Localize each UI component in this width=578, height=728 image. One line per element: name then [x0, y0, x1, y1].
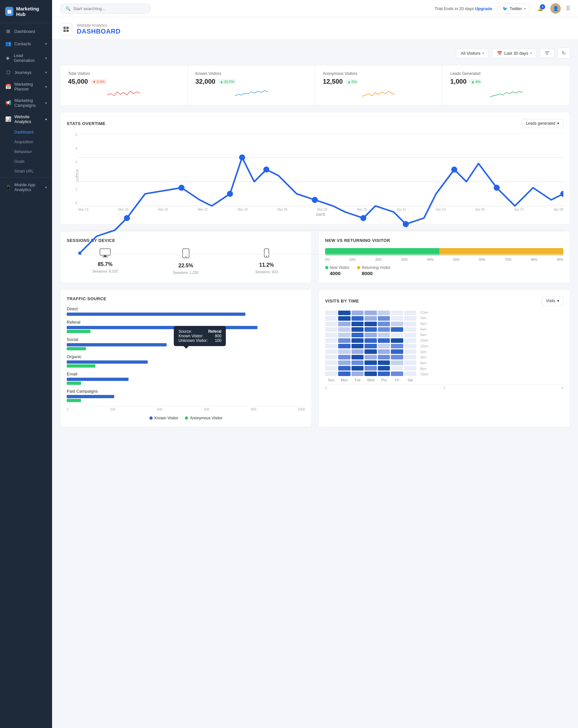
- chevron-down-icon: ▾: [45, 118, 47, 121]
- sidebar-item-marketing-campaigns[interactable]: 📢 Marketing Campaigns ▾: [0, 95, 52, 111]
- filter-options-button[interactable]: [540, 48, 554, 58]
- twitter-button[interactable]: 🐦 Twitter ▾: [498, 4, 530, 14]
- sidebar-item-website-analytics[interactable]: 📊 Website Analytics ▾: [0, 111, 52, 127]
- heatmap-cell: [378, 366, 390, 370]
- apps-grid-icon[interactable]: ⠿: [566, 5, 570, 12]
- returning-visitor-dot: [357, 266, 360, 269]
- traffic-source-organic: Organic: [67, 354, 305, 368]
- x-label: Mar 18: [118, 208, 128, 211]
- sidebar-sub-item-wa-dashboard[interactable]: Dashboard: [0, 127, 52, 137]
- heatmap-x-label: Sat: [404, 378, 416, 382]
- heatmap-cell: [404, 322, 416, 326]
- heatmap-cell: [391, 327, 403, 332]
- visitors-filter[interactable]: All Visitors ▾: [456, 48, 489, 58]
- topbar: 🔍 Trial Ends in 20 days Upgrade 🐦 Twitte…: [52, 0, 578, 17]
- traffic-bar-anon: [67, 364, 95, 368]
- heatmap-cell: [325, 355, 337, 360]
- nvr-legend: New Visitor 4000 Returning Visitor 8000: [325, 265, 563, 276]
- nvr-new-label: New Visitor: [330, 265, 349, 270]
- chevron-down-icon: ▾: [482, 51, 484, 55]
- heatmap-cell: [325, 322, 337, 326]
- x-label: Apr 03: [436, 208, 446, 211]
- nvr-legend-new: New Visitor 4000: [325, 265, 349, 276]
- heatmap-x-label: Mon: [338, 378, 350, 382]
- heatmap-cell: [338, 366, 350, 370]
- heatmap-cell: [338, 360, 350, 365]
- stats-grid: Total Visitors 45,000 ▼ 0.5% Known Visit…: [60, 65, 570, 105]
- anon-visitor-dot: [185, 416, 188, 420]
- stat-badge-up: ▲ 4%: [469, 79, 483, 84]
- sidebar-logo[interactable]: ▦ Marketing Hub: [0, 0, 52, 23]
- svg-point-12: [178, 185, 185, 191]
- stat-card-total-visitors: Total Visitors 45,000 ▼ 0.5%: [60, 66, 188, 105]
- chevron-icon: ▾: [45, 42, 47, 46]
- traffic-legend-known-label: Known Visitor: [155, 416, 178, 420]
- main-dashboard-content: All Visitors ▾ 📅 Last 30 days ▾ ↻ Total …: [52, 40, 578, 435]
- leads-dropdown[interactable]: Leads generated ▾: [522, 119, 563, 128]
- search-input[interactable]: [73, 6, 138, 11]
- heatmap-cell: [404, 349, 416, 354]
- heatmap-cell: [378, 316, 390, 321]
- upgrade-link[interactable]: Upgrade: [475, 6, 492, 11]
- heatmap-cell: [404, 360, 416, 365]
- stat-value-row: 45,000 ▼ 0.5%: [68, 78, 180, 85]
- stat-label: Leads Generated: [450, 71, 562, 76]
- chevron-icon: ▾: [45, 186, 47, 189]
- search-icon: 🔍: [65, 6, 71, 11]
- date-filter[interactable]: 📅 Last 30 days ▾: [492, 48, 537, 58]
- svg-rect-0: [63, 27, 66, 29]
- sidebar-item-mobile-app-analytics[interactable]: 📱 Mobile App Analytics ▾: [0, 179, 52, 196]
- notifications-button[interactable]: 🔔 3: [536, 4, 545, 13]
- heatmap-cell: [325, 360, 337, 365]
- svg-rect-3: [67, 30, 69, 32]
- stat-card-known-visitors: Known Visitors 32,000 ▲ 25.5%: [188, 66, 315, 105]
- heatmap-cell: [391, 360, 403, 365]
- chevron-down-icon: ▾: [557, 298, 559, 303]
- heatmap-cell: [404, 311, 416, 315]
- new-visitor-dot: [325, 266, 329, 269]
- sidebar-sub-item-wa-acquisition[interactable]: Acquisition: [0, 137, 52, 147]
- svg-point-26: [185, 257, 186, 258]
- svg-point-28: [266, 256, 267, 257]
- stat-label: Anonymous Visitors: [323, 71, 435, 76]
- sidebar-item-contacts[interactable]: 👥 Contacts ▾: [0, 37, 52, 50]
- sidebar-item-marketing-planner[interactable]: 📅 Marketing Planner ▾: [0, 78, 52, 95]
- heatmap-y-labels: 12am 2am 4am 6am 8am 10am 12pm 2pm 4pm 6…: [419, 311, 428, 376]
- stats-overtime-card: STATS OVERTIME Leads generated ▾ 5 4 3 2…: [60, 112, 570, 225]
- stat-value-row: 12,500 ▲ 5%: [323, 78, 435, 85]
- sidebar-item-journeys[interactable]: ⬡ Journeys ▾: [0, 66, 52, 78]
- visits-dropdown[interactable]: Visits ▾: [542, 296, 563, 305]
- nvr-ret-label: Returning Visitor: [362, 265, 391, 270]
- sidebar-item-lead-generation[interactable]: ◈ Lead Generation ▾: [0, 50, 52, 66]
- sidebar-item-dashboard[interactable]: ⊞ Dashboard: [0, 25, 52, 37]
- breadcrumb: Website Analytics: [77, 23, 121, 28]
- heatmap-cell: [391, 311, 403, 315]
- logo-icon: ▦: [5, 7, 14, 16]
- heatmap-wrapper: 12am 2am 4am 6am 8am 10am 12pm 2pm 4pm 6…: [325, 311, 563, 376]
- refresh-button[interactable]: ↻: [557, 48, 570, 59]
- heatmap-cell: [365, 327, 376, 332]
- traffic-source-paid: Paid Campaigns: [67, 389, 305, 402]
- stat-badge-down: ▼ 0.5%: [90, 79, 107, 84]
- heatmap-cell: [391, 338, 403, 343]
- heatmap-cell: [365, 371, 376, 376]
- heatmap-x-label: Wed: [365, 378, 376, 382]
- contacts-icon: 👥: [5, 41, 11, 47]
- heatmap-cell: [391, 371, 403, 376]
- heatmap-cell: [391, 344, 403, 348]
- dashboard-icon: ⊞: [5, 28, 11, 34]
- stat-value: 45,000: [68, 78, 88, 85]
- sidebar-sub-item-wa-behaviour[interactable]: Behaviour: [0, 147, 52, 157]
- x-label: Mar 26: [277, 208, 287, 211]
- sidebar-item-label: Marketing Campaigns: [14, 98, 42, 108]
- sidebar-sub-item-wa-goals[interactable]: Goals: [0, 157, 52, 166]
- user-avatar[interactable]: 👤: [550, 3, 561, 14]
- heatmap-cell: [391, 316, 403, 321]
- svg-point-18: [402, 221, 409, 227]
- date-filter-label: Last 30 days: [504, 51, 528, 56]
- heatmap-cell: [378, 327, 390, 332]
- stat-label: Total Visitors: [68, 71, 180, 76]
- search-box[interactable]: 🔍: [60, 4, 151, 14]
- sidebar-sub-item-wa-smart-url[interactable]: Smart URL: [0, 166, 52, 176]
- heatmap-cell: [351, 349, 364, 354]
